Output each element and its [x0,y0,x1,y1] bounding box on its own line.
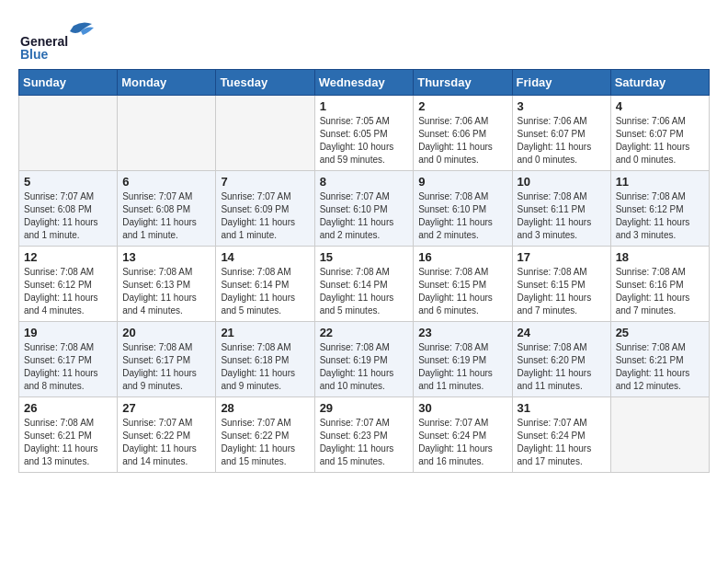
calendar-day-cell: 30Sunrise: 7:07 AM Sunset: 6:24 PM Dayli… [414,397,512,473]
day-number: 25 [616,326,704,339]
calendar-day-cell: 24Sunrise: 7:08 AM Sunset: 6:20 PM Dayli… [512,322,610,397]
calendar-day-cell: 22Sunrise: 7:08 AM Sunset: 6:19 PM Dayli… [314,322,414,397]
day-number: 19 [24,326,112,339]
day-info: Sunrise: 7:08 AM Sunset: 6:18 PM Dayligh… [221,341,309,393]
calendar-day-cell: 31Sunrise: 7:07 AM Sunset: 6:24 PM Dayli… [512,397,610,473]
calendar-day-cell: 28Sunrise: 7:07 AM Sunset: 6:22 PM Dayli… [216,397,314,473]
day-number: 8 [320,175,409,189]
day-info: Sunrise: 7:06 AM Sunset: 6:07 PM Dayligh… [518,115,606,167]
calendar-week-row: 5Sunrise: 7:07 AM Sunset: 6:08 PM Daylig… [19,171,710,247]
day-info: Sunrise: 7:08 AM Sunset: 6:13 PM Dayligh… [122,266,210,317]
day-info: Sunrise: 7:06 AM Sunset: 6:07 PM Dayligh… [616,115,704,167]
calendar-day-cell [216,96,314,171]
calendar-day-cell: 17Sunrise: 7:08 AM Sunset: 6:15 PM Dayli… [512,247,610,322]
calendar-day-cell: 18Sunrise: 7:08 AM Sunset: 6:16 PM Dayli… [610,247,709,322]
day-info: Sunrise: 7:07 AM Sunset: 6:22 PM Dayligh… [221,417,309,468]
day-number: 29 [320,401,409,415]
calendar-day-cell: 20Sunrise: 7:08 AM Sunset: 6:17 PM Dayli… [118,322,216,397]
calendar-day-cell: 8Sunrise: 7:07 AM Sunset: 6:10 PM Daylig… [314,171,414,247]
day-number: 28 [221,401,309,415]
day-number: 23 [418,326,506,339]
calendar-day-cell: 16Sunrise: 7:08 AM Sunset: 6:15 PM Dayli… [414,247,512,322]
day-info: Sunrise: 7:07 AM Sunset: 6:08 PM Dayligh… [24,190,112,242]
day-number: 14 [221,250,309,264]
calendar-day-cell: 2Sunrise: 7:06 AM Sunset: 6:06 PM Daylig… [414,96,512,171]
day-number: 3 [518,99,606,113]
day-info: Sunrise: 7:08 AM Sunset: 6:21 PM Dayligh… [616,341,704,393]
calendar-week-row: 26Sunrise: 7:08 AM Sunset: 6:21 PM Dayli… [19,397,710,473]
day-number: 6 [122,175,210,189]
day-number: 26 [24,401,112,415]
calendar-day-cell [610,397,709,473]
calendar-day-cell: 7Sunrise: 7:07 AM Sunset: 6:09 PM Daylig… [216,171,314,247]
svg-text:Blue: Blue [20,47,49,60]
day-info: Sunrise: 7:08 AM Sunset: 6:16 PM Dayligh… [616,266,704,317]
day-number: 21 [221,326,309,339]
day-number: 13 [122,250,210,264]
weekday-header: Monday [118,70,216,96]
day-info: Sunrise: 7:08 AM Sunset: 6:12 PM Dayligh… [24,266,112,317]
day-number: 18 [616,250,704,264]
day-info: Sunrise: 7:07 AM Sunset: 6:24 PM Dayligh… [518,417,606,468]
calendar-day-cell: 14Sunrise: 7:08 AM Sunset: 6:14 PM Dayli… [216,247,314,322]
day-number: 27 [122,401,210,415]
weekday-header: Saturday [610,70,709,96]
calendar-day-cell: 5Sunrise: 7:07 AM Sunset: 6:08 PM Daylig… [19,171,118,247]
day-number: 30 [418,401,506,415]
day-number: 17 [518,250,606,264]
weekday-header: Sunday [19,70,118,96]
calendar-day-cell [118,96,216,171]
calendar-day-cell: 12Sunrise: 7:08 AM Sunset: 6:12 PM Dayli… [19,247,118,322]
day-info: Sunrise: 7:07 AM Sunset: 6:22 PM Dayligh… [122,417,210,468]
calendar-day-cell [19,96,118,171]
day-info: Sunrise: 7:07 AM Sunset: 6:09 PM Dayligh… [221,190,309,242]
day-number: 9 [418,175,506,189]
calendar-week-row: 1Sunrise: 7:05 AM Sunset: 6:05 PM Daylig… [19,96,710,171]
day-number: 2 [418,99,506,113]
calendar-day-cell: 19Sunrise: 7:08 AM Sunset: 6:17 PM Dayli… [19,322,118,397]
day-number: 31 [518,401,606,415]
calendar-day-cell: 29Sunrise: 7:07 AM Sunset: 6:23 PM Dayli… [314,397,414,473]
day-info: Sunrise: 7:08 AM Sunset: 6:10 PM Dayligh… [418,190,506,242]
day-info: Sunrise: 7:08 AM Sunset: 6:14 PM Dayligh… [320,266,409,317]
calendar-week-row: 19Sunrise: 7:08 AM Sunset: 6:17 PM Dayli… [19,322,710,397]
day-number: 20 [122,326,210,339]
day-number: 16 [418,250,506,264]
day-number: 15 [320,250,409,264]
day-info: Sunrise: 7:08 AM Sunset: 6:15 PM Dayligh… [418,266,506,317]
calendar-week-row: 12Sunrise: 7:08 AM Sunset: 6:12 PM Dayli… [19,247,710,322]
calendar-day-cell: 26Sunrise: 7:08 AM Sunset: 6:21 PM Dayli… [19,397,118,473]
day-info: Sunrise: 7:07 AM Sunset: 6:23 PM Dayligh… [320,417,409,468]
weekday-header: Tuesday [216,70,314,96]
day-number: 11 [616,175,704,189]
day-info: Sunrise: 7:07 AM Sunset: 6:10 PM Dayligh… [320,190,409,242]
day-number: 1 [320,99,409,113]
day-number: 12 [24,250,112,264]
day-info: Sunrise: 7:08 AM Sunset: 6:17 PM Dayligh… [122,341,210,393]
day-info: Sunrise: 7:08 AM Sunset: 6:21 PM Dayligh… [24,417,112,468]
weekday-header: Wednesday [314,70,414,96]
page-header: General Blue [18,18,710,60]
day-info: Sunrise: 7:08 AM Sunset: 6:11 PM Dayligh… [518,190,606,242]
day-info: Sunrise: 7:05 AM Sunset: 6:05 PM Dayligh… [320,115,409,167]
day-info: Sunrise: 7:06 AM Sunset: 6:06 PM Dayligh… [418,115,506,167]
calendar-day-cell: 25Sunrise: 7:08 AM Sunset: 6:21 PM Dayli… [610,322,709,397]
day-info: Sunrise: 7:08 AM Sunset: 6:12 PM Dayligh… [616,190,704,242]
weekday-header: Thursday [414,70,512,96]
calendar-day-cell: 9Sunrise: 7:08 AM Sunset: 6:10 PM Daylig… [414,171,512,247]
calendar-header-row: SundayMondayTuesdayWednesdayThursdayFrid… [19,70,710,96]
day-number: 10 [518,175,606,189]
day-info: Sunrise: 7:08 AM Sunset: 6:20 PM Dayligh… [518,341,606,393]
logo-svg: General Blue [18,18,101,60]
day-info: Sunrise: 7:08 AM Sunset: 6:14 PM Dayligh… [221,266,309,317]
calendar-day-cell: 27Sunrise: 7:07 AM Sunset: 6:22 PM Dayli… [118,397,216,473]
day-number: 4 [616,99,704,113]
day-number: 22 [320,326,409,339]
logo: General Blue [18,18,101,60]
day-info: Sunrise: 7:08 AM Sunset: 6:19 PM Dayligh… [418,341,506,393]
day-number: 7 [221,175,309,189]
calendar-day-cell: 4Sunrise: 7:06 AM Sunset: 6:07 PM Daylig… [610,96,709,171]
calendar-day-cell: 3Sunrise: 7:06 AM Sunset: 6:07 PM Daylig… [512,96,610,171]
calendar-table: SundayMondayTuesdayWednesdayThursdayFrid… [18,69,710,473]
day-number: 24 [518,326,606,339]
